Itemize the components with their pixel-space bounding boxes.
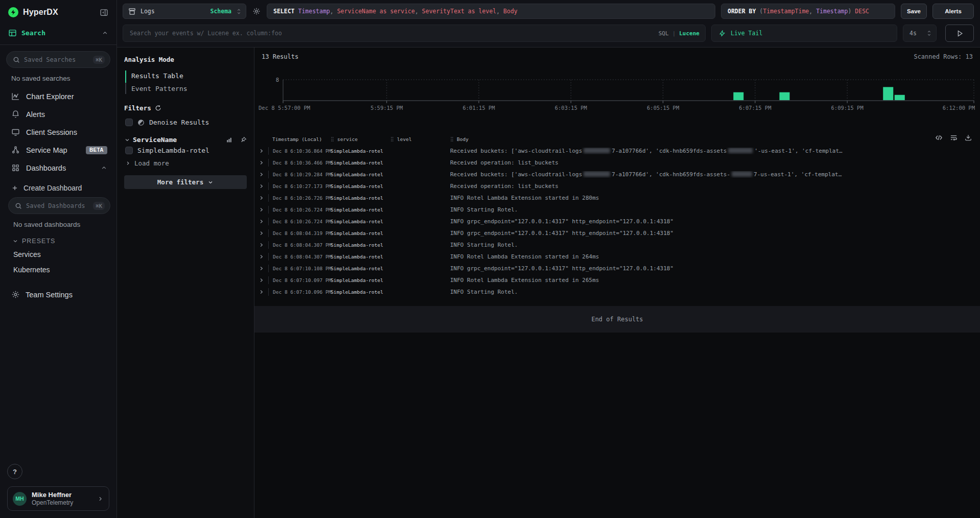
alerts-button[interactable]: Alerts — [932, 4, 974, 19]
table-row[interactable]: Dec 8 6:10:26.724 PMSimpleLambda-rotelIN… — [254, 204, 980, 216]
table-row[interactable]: Dec 8 6:10:29.284 PMSimpleLambda-rotelRe… — [254, 169, 980, 180]
results-count: 13 Results — [262, 53, 298, 60]
more-filters-button[interactable]: More filters — [124, 175, 247, 189]
refresh-icon[interactable] — [155, 105, 161, 111]
saved-dashboards-input[interactable] — [26, 202, 89, 209]
chevron-up-icon[interactable] — [102, 30, 108, 36]
load-more-button[interactable]: Load more — [125, 159, 247, 167]
drag-handle-icon[interactable] — [331, 136, 334, 142]
preset-services[interactable]: Services — [8, 247, 110, 262]
refresh-interval-stepper[interactable]: 4s — [903, 25, 937, 42]
column-service[interactable]: service — [331, 136, 390, 142]
mode-event-patterns[interactable]: Event Patterns — [131, 82, 247, 95]
cell-timestamp: Dec 8 6:07:10.096 PM — [268, 288, 331, 296]
table-row[interactable]: Dec 8 6:10:36.466 PMSimpleLambda-rotelRe… — [254, 157, 980, 169]
wrap-lines-icon[interactable] — [950, 134, 958, 141]
sidebar-collapse-icon[interactable] — [100, 8, 108, 17]
run-query-button[interactable] — [945, 25, 974, 42]
save-button[interactable]: Save — [901, 4, 927, 19]
row-expand-icon[interactable] — [254, 172, 268, 177]
cell-body: INFO Starting Rotel. — [450, 242, 980, 248]
orderby-clause-input[interactable]: ORDER BY (TimestampTime, Timestamp) DESC — [721, 4, 895, 19]
code-view-icon[interactable] — [935, 134, 943, 141]
presets-toggle[interactable]: PRESETS — [8, 231, 110, 247]
table-row[interactable]: Dec 8 6:10:36.864 PMSimpleLambda-rotelRe… — [254, 145, 980, 157]
column-level[interactable]: level — [390, 136, 450, 142]
table-row[interactable]: Dec 8 6:10:27.173 PMSimpleLambda-rotelRe… — [254, 180, 980, 192]
pin-icon[interactable] — [240, 136, 247, 143]
create-dashboard-button[interactable]: Create Dashboard — [8, 179, 110, 197]
bar-chart-icon[interactable] — [226, 136, 232, 143]
denoise-results-toggle[interactable]: Denoise Results — [125, 119, 247, 126]
toggle-separator: | — [672, 30, 676, 37]
drag-handle-icon[interactable] — [390, 136, 394, 142]
cell-timestamp: Dec 8 6:10:29.284 PM — [268, 171, 331, 178]
row-expand-icon[interactable] — [254, 231, 268, 236]
column-timestamp[interactable]: Timestamp (Local) — [268, 136, 331, 142]
saved-searches-search[interactable]: ⌘K — [6, 51, 110, 68]
sql-toggle[interactable]: SQL — [659, 30, 669, 37]
select-clause-input[interactable]: SELECT Timestamp, ServiceName as service… — [267, 4, 715, 19]
chevron-right-icon — [97, 496, 104, 502]
sidebar-item-service-map[interactable]: Service Map BETA — [6, 141, 110, 159]
row-expand-icon[interactable] — [254, 290, 268, 294]
table-row[interactable]: Dec 8 6:10:26.726 PMSimpleLambda-rotelIN… — [254, 192, 980, 204]
denoise-checkbox[interactable] — [125, 119, 133, 126]
saved-dashboards-search[interactable]: ⌘K — [8, 197, 110, 214]
row-expand-icon[interactable] — [254, 254, 268, 259]
cell-service: SimpleLambda-rotel — [331, 195, 390, 201]
chevron-up-icon[interactable] — [101, 164, 107, 171]
analysis-mode-list: Results Table Event Patterns — [125, 69, 247, 95]
sidebar-item-search[interactable]: Search — [0, 22, 116, 45]
select-chevrons-icon — [236, 8, 242, 15]
lucene-toggle[interactable]: Lucene — [679, 30, 699, 37]
app-root: HyperDX Search ⌘K No saved searches — [0, 0, 980, 518]
help-button[interactable]: ? — [7, 464, 22, 479]
row-expand-icon[interactable] — [254, 149, 268, 153]
row-expand-icon[interactable] — [254, 219, 268, 224]
table-row[interactable]: Dec 8 6:07:10.096 PMSimpleLambda-rotelIN… — [254, 286, 980, 298]
filter-group-servicename[interactable]: ServiceName — [124, 136, 247, 144]
live-tail-button[interactable]: Live Tail — [711, 25, 897, 42]
user-menu[interactable]: MH Mike Heffner OpenTelemetry — [7, 486, 109, 511]
mode-results-table[interactable]: Results Table — [131, 69, 247, 82]
filter-option-simplelambda[interactable]: SimpleLambda-rotel — [125, 147, 247, 154]
row-expand-icon[interactable] — [254, 278, 268, 282]
row-expand-icon[interactable] — [254, 196, 268, 200]
preset-kubernetes[interactable]: Kubernetes — [8, 262, 110, 277]
saved-searches-input[interactable] — [24, 56, 89, 63]
table-row[interactable]: Dec 8 6:07:10.108 PMSimpleLambda-rotelIN… — [254, 263, 980, 274]
results-table: Timestamp (Local) service level Body Dec… — [254, 133, 980, 298]
drag-handle-icon[interactable] — [450, 136, 454, 142]
stepper-chevrons-icon[interactable] — [926, 30, 932, 37]
search-input[interactable] — [123, 25, 706, 42]
download-icon[interactable] — [965, 134, 972, 141]
sidebar-item-client-sessions[interactable]: Client Sessions — [6, 123, 110, 141]
sidebar-item-dashboards[interactable]: Dashboards — [6, 159, 110, 177]
query-language-toggle[interactable]: SQL | Lucene — [659, 25, 699, 42]
sidebar-item-alerts[interactable]: Alerts — [6, 105, 110, 123]
cell-service: SimpleLambda-rotel — [331, 277, 390, 283]
row-expand-icon[interactable] — [254, 266, 268, 271]
cell-timestamp: Dec 8 6:10:26.724 PM — [268, 218, 331, 225]
table-row[interactable]: Dec 8 6:07:10.097 PMSimpleLambda-rotelIN… — [254, 274, 980, 286]
presets-label: PRESETS — [22, 238, 55, 245]
results-rows: Dec 8 6:10:36.864 PMSimpleLambda-rotelRe… — [254, 145, 980, 298]
column-body[interactable]: Body — [450, 136, 924, 142]
sidebar-item-chart-explorer[interactable]: Chart Explorer — [6, 87, 110, 105]
results-histogram[interactable]: 8Dec 8 5:57:00 PM5:59:15 PM6:01:15 PM6:0… — [254, 62, 980, 111]
sidebar-item-label: Client Sessions — [26, 128, 107, 136]
row-expand-icon[interactable] — [254, 243, 268, 247]
sidebar-item-team-settings[interactable]: Team Settings — [6, 281, 110, 307]
table-row[interactable]: Dec 8 6:08:04.319 PMSimpleLambda-rotelIN… — [254, 227, 980, 239]
chevron-down-icon — [124, 137, 130, 143]
table-row[interactable]: Dec 8 6:08:04.307 PMSimpleLambda-rotelIN… — [254, 239, 980, 251]
row-expand-icon[interactable] — [254, 184, 268, 189]
source-settings-gear-icon[interactable] — [252, 4, 261, 19]
filter-option-checkbox[interactable] — [125, 147, 133, 154]
row-expand-icon[interactable] — [254, 160, 268, 165]
source-select[interactable]: Logs Schema — [123, 4, 246, 19]
table-row[interactable]: Dec 8 6:08:04.307 PMSimpleLambda-rotelIN… — [254, 251, 980, 263]
row-expand-icon[interactable] — [254, 207, 268, 212]
table-row[interactable]: Dec 8 6:10:26.724 PMSimpleLambda-rotelIN… — [254, 216, 980, 227]
